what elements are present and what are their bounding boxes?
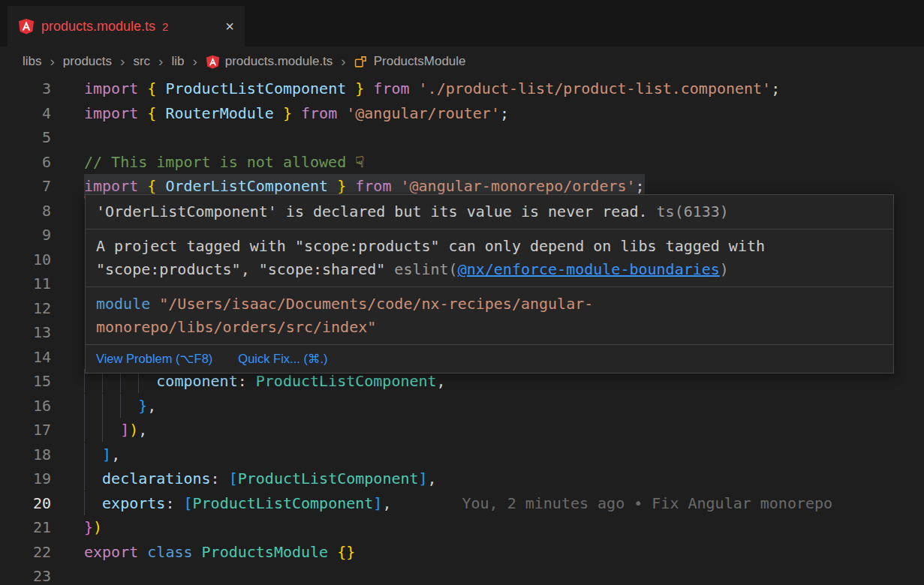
code-token: from bbox=[346, 177, 400, 195]
breadcrumb-item-productsmodule[interactable]: ProductsModule bbox=[354, 54, 466, 69]
breadcrumb-item-libs[interactable]: libs bbox=[23, 54, 42, 69]
code-token: , bbox=[138, 421, 147, 439]
code-token: ; bbox=[771, 80, 780, 98]
tab-error-count: 2 bbox=[162, 20, 168, 33]
line-number[interactable]: 12 bbox=[0, 296, 51, 321]
breadcrumb-separator: › bbox=[341, 53, 345, 70]
line-number[interactable]: 15 bbox=[0, 369, 51, 394]
line-number[interactable]: 21 bbox=[0, 515, 51, 540]
hover-text: A project tagged with "scope:products" c… bbox=[96, 237, 765, 255]
breadcrumb-item-products[interactable]: products bbox=[63, 54, 112, 69]
line-number[interactable]: 9 bbox=[0, 223, 51, 248]
import-path-link[interactable]: '@angular-monorepo/orders' bbox=[400, 177, 635, 196]
code-line[interactable]: 22export class ProductsModule {} bbox=[0, 540, 924, 565]
code-token: ProductsModule bbox=[202, 543, 329, 561]
breadcrumb-item-src[interactable]: src bbox=[133, 54, 150, 69]
hover-section-2: A project tagged with "scope:products" c… bbox=[86, 230, 893, 287]
hover-section-3: module "/Users/isaac/Documents/code/nx-r… bbox=[86, 287, 893, 345]
view-problem-action[interactable]: View Problem (⌥F8) bbox=[96, 352, 212, 366]
tab-products-module[interactable]: products.module.ts 2 × bbox=[8, 6, 245, 46]
code-token: } bbox=[274, 104, 292, 122]
line-number[interactable]: 10 bbox=[0, 248, 51, 272]
line-number[interactable]: 7 bbox=[0, 174, 51, 199]
code-token: : bbox=[238, 372, 256, 390]
line-number[interactable]: 13 bbox=[0, 320, 51, 345]
breadcrumb-label: libs bbox=[23, 54, 42, 69]
code-token: ] bbox=[419, 470, 428, 488]
breadcrumb-separator: › bbox=[158, 53, 163, 70]
hover-text: module bbox=[96, 295, 150, 313]
line-number[interactable]: 18 bbox=[0, 442, 51, 467]
code-token: ProductListComponent bbox=[165, 80, 346, 98]
code-line[interactable]: 23 bbox=[0, 564, 924, 585]
code-token: , bbox=[428, 470, 437, 488]
code-token: } bbox=[346, 80, 364, 98]
line-number[interactable]: 4 bbox=[0, 101, 51, 126]
indent-guide bbox=[84, 394, 102, 418]
code-token: import bbox=[84, 104, 147, 122]
breadcrumb-separator: › bbox=[120, 53, 125, 70]
code-token bbox=[328, 543, 337, 561]
code-token: './product-list/product-list.component' bbox=[419, 80, 772, 98]
hover-section-1: 'OrderListComponent' is declared but its… bbox=[86, 195, 893, 230]
line-number[interactable]: 8 bbox=[0, 199, 51, 224]
breadcrumb-separator: › bbox=[192, 53, 197, 70]
breadcrumb-separator: › bbox=[50, 53, 55, 70]
line-number[interactable]: 17 bbox=[0, 418, 51, 442]
line-number[interactable]: 22 bbox=[0, 540, 51, 565]
tab-bar: products.module.ts 2 × bbox=[0, 0, 924, 46]
line-number[interactable]: 14 bbox=[0, 345, 51, 370]
code-token: [ bbox=[229, 470, 238, 488]
breadcrumb-item-lib[interactable]: lib bbox=[171, 54, 184, 69]
angular-icon bbox=[18, 18, 35, 34]
code-line[interactable]: 20exports: [ProductListComponent],You, 2… bbox=[0, 491, 924, 516]
code-token: ☟ bbox=[355, 153, 364, 171]
line-number[interactable]: 6 bbox=[0, 150, 51, 175]
code-token: : bbox=[165, 494, 183, 512]
line-number[interactable]: 5 bbox=[0, 125, 51, 150]
breadcrumb-label: ProductsModule bbox=[374, 54, 466, 69]
code-line[interactable]: 16}, bbox=[0, 394, 924, 418]
indent-guide bbox=[84, 418, 102, 442]
code-token: [ bbox=[183, 494, 192, 512]
code-token: OrderListComponent bbox=[165, 177, 328, 195]
code-line[interactable]: 19declarations: [ProductListComponent], bbox=[0, 466, 924, 491]
indent-guide bbox=[102, 418, 120, 442]
code-line[interactable]: 21}) bbox=[0, 515, 924, 540]
code-token: { bbox=[147, 177, 165, 195]
code-line[interactable]: 4import { RouterModule } from '@angular/… bbox=[0, 101, 924, 126]
breadcrumb-item-products-module-ts[interactable]: products.module.ts bbox=[206, 54, 333, 69]
breadcrumb-label: products bbox=[63, 54, 112, 69]
hover-text: "scope:products", "scope:shared" bbox=[96, 260, 385, 278]
code-line[interactable]: 18], bbox=[0, 442, 924, 467]
line-number[interactable]: 11 bbox=[0, 272, 51, 296]
line-number[interactable]: 23 bbox=[0, 564, 51, 585]
line-number[interactable]: 3 bbox=[0, 76, 51, 101]
code-line[interactable]: 5 bbox=[0, 125, 924, 150]
close-icon[interactable]: × bbox=[225, 18, 234, 35]
code-token: ; bbox=[500, 104, 509, 122]
code-token: ) bbox=[129, 421, 138, 439]
tab-title: products.module.ts bbox=[41, 19, 155, 34]
code-line[interactable]: 3import { ProductListComponent } from '.… bbox=[0, 76, 924, 101]
code-token: exports bbox=[102, 494, 165, 512]
code-line[interactable]: 6// This import is not allowed ☟ bbox=[0, 150, 924, 175]
indent-guide bbox=[84, 442, 102, 466]
breadcrumb-label: products.module.ts bbox=[225, 54, 333, 69]
hover-text: eslint( bbox=[385, 260, 457, 278]
code-token: ) bbox=[93, 518, 102, 536]
symbol-class-icon bbox=[354, 55, 369, 69]
line-number[interactable]: 19 bbox=[0, 466, 51, 491]
code-line[interactable]: 17]), bbox=[0, 418, 924, 442]
hover-text: monorepo/libs/orders/src/index" bbox=[96, 318, 376, 336]
hover-text: ) bbox=[720, 260, 729, 278]
code-token: class bbox=[147, 543, 201, 561]
quick-fix-action[interactable]: Quick Fix... (⌘.) bbox=[238, 352, 327, 366]
code-token: , bbox=[437, 372, 446, 390]
line-number[interactable]: 16 bbox=[0, 394, 51, 418]
eslint-rule-link[interactable]: @nx/enforce-module-boundaries bbox=[458, 260, 720, 278]
line-number[interactable]: 20 bbox=[0, 491, 51, 516]
hover-text: "/Users/isaac/Documents/code/nx-recipes/… bbox=[150, 295, 593, 313]
git-blame-annotation: You, 2 minutes ago • Fix Angular monorep… bbox=[462, 494, 832, 512]
hover-text: 'OrderListComponent' is declared but its… bbox=[96, 202, 648, 220]
